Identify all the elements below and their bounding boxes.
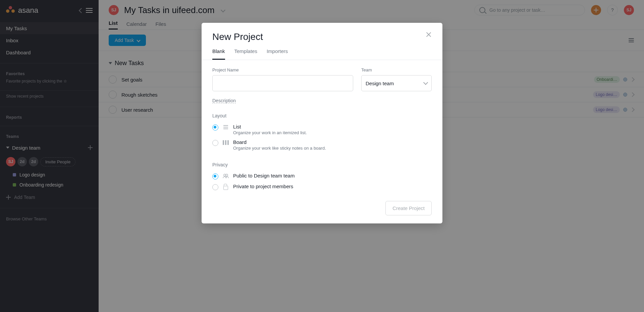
chevron-down-icon — [423, 80, 428, 85]
modal-tab-blank[interactable]: Blank — [212, 48, 225, 60]
modal-overlay[interactable]: New Project Blank Templates Importers Pr… — [0, 0, 644, 312]
privacy-option-title: Public to Design team team — [233, 173, 294, 178]
layout-option-list[interactable]: List Organize your work in an itemized l… — [212, 122, 432, 137]
layout-option-title: Board — [233, 139, 326, 145]
team-select[interactable]: Design team — [361, 75, 432, 91]
svg-point-0 — [224, 174, 226, 176]
privacy-section-title: Privacy — [212, 162, 432, 167]
modal-tabs: Blank Templates Importers — [202, 42, 442, 60]
privacy-option-private[interactable]: Private to project members — [212, 181, 432, 192]
modal-tab-templates[interactable]: Templates — [234, 48, 257, 60]
radio-icon[interactable] — [212, 124, 218, 131]
modal-tab-importers[interactable]: Importers — [267, 48, 288, 60]
create-project-button[interactable]: Create Project — [385, 201, 432, 215]
add-description-link[interactable]: Description — [212, 98, 236, 104]
modal-title: New Project — [212, 32, 263, 42]
radio-icon[interactable] — [212, 140, 218, 146]
board-icon — [222, 139, 229, 146]
project-name-label: Project Name — [212, 67, 353, 72]
layout-option-board[interactable]: Board Organize your work like sticky not… — [212, 137, 432, 153]
layout-option-sub: Organize your work in an itemized list. — [233, 130, 307, 135]
radio-icon[interactable] — [212, 173, 218, 179]
privacy-option-title: Private to project members — [233, 184, 293, 189]
team-selected-value: Design team — [366, 81, 394, 86]
new-project-modal: New Project Blank Templates Importers Pr… — [202, 23, 442, 223]
people-icon — [222, 173, 229, 179]
layout-option-sub: Organize your work like sticky notes on … — [233, 146, 326, 151]
privacy-option-public[interactable]: Public to Design team team — [212, 171, 432, 181]
team-label: Team — [361, 67, 432, 72]
close-button[interactable] — [426, 32, 432, 38]
list-icon — [222, 124, 229, 131]
radio-icon[interactable] — [212, 184, 218, 190]
project-name-input[interactable] — [212, 75, 353, 91]
lock-icon — [222, 184, 229, 190]
layout-section-title: Layout — [212, 113, 432, 118]
svg-point-1 — [226, 174, 228, 176]
layout-option-title: List — [233, 124, 307, 129]
